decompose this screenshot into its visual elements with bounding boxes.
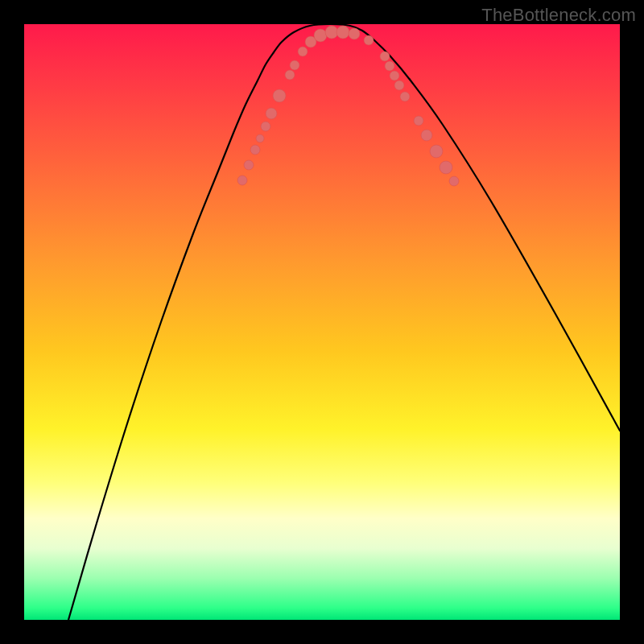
data-marker (285, 70, 295, 80)
data-marker (290, 60, 299, 70)
data-marker (394, 80, 404, 90)
bottleneck-curve-path (68, 24, 620, 620)
data-marker (430, 145, 443, 158)
data-marker (421, 130, 432, 141)
data-marker (250, 145, 260, 155)
data-marker (336, 26, 349, 39)
data-marker (440, 161, 452, 174)
data-marker (261, 122, 270, 131)
data-marker (273, 89, 286, 102)
data-marker (364, 35, 374, 45)
data-marker (385, 61, 394, 71)
data-marker (325, 26, 338, 39)
chart-frame (24, 24, 620, 620)
data-marker (298, 47, 308, 56)
data-marker (414, 116, 423, 126)
data-marker (380, 52, 390, 61)
bottleneck-chart (24, 24, 620, 620)
data-marker (266, 108, 277, 119)
data-marker (390, 71, 399, 80)
data-marker (256, 134, 264, 142)
data-marker (400, 92, 410, 101)
data-marker (349, 28, 360, 39)
data-marker (314, 29, 327, 42)
marker-layer (237, 26, 459, 186)
data-marker (449, 176, 459, 186)
data-marker (237, 175, 247, 185)
data-marker (244, 160, 254, 170)
watermark-text: TheBottleneck.com (481, 5, 636, 26)
